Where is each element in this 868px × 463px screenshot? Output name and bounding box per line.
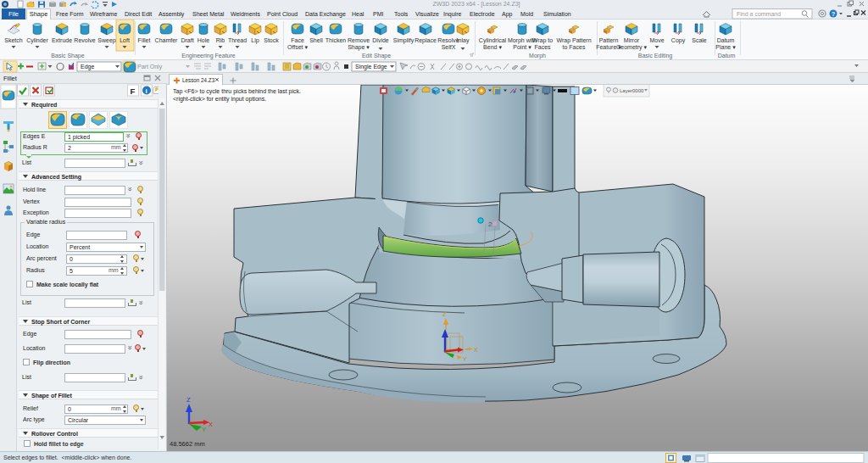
svg-text:Lesson 24.Z3: Lesson 24.Z3: [182, 77, 215, 83]
svg-text:Y: Y: [202, 426, 206, 433]
svg-text:Layer0000: Layer0000: [620, 88, 644, 93]
svg-text:Inlay: Inlay: [457, 37, 470, 44]
svg-text:Edge: Edge: [81, 64, 94, 70]
svg-text:Lip: Lip: [251, 37, 259, 44]
svg-text:Shape ▾: Shape ▾: [348, 44, 370, 51]
svg-text:Remove: Remove: [348, 37, 370, 43]
svg-text:Hole: Hole: [198, 37, 210, 43]
svg-text:Morph: Morph: [529, 53, 546, 59]
svg-text:Extrude: Extrude: [52, 37, 72, 43]
svg-text:Engineering Feature: Engineering Feature: [181, 53, 236, 59]
svg-text:Shell: Shell: [309, 37, 323, 43]
svg-text:Basic Shape: Basic Shape: [51, 53, 84, 59]
svg-text:Simplify: Simplify: [393, 37, 415, 44]
svg-text:Move: Move: [649, 37, 664, 43]
svg-text:Z: Z: [186, 396, 191, 404]
svg-text:Divide: Divide: [372, 37, 389, 43]
svg-text:Cylinder: Cylinder: [26, 37, 48, 44]
svg-text:Part Only: Part Only: [137, 64, 163, 70]
svg-text:Faces: Faces: [534, 44, 551, 50]
svg-text:Thread: Thread: [228, 37, 247, 43]
svg-text:Point ▾: Point ▾: [513, 44, 531, 50]
svg-text:Scale: Scale: [692, 37, 707, 43]
svg-text:Sketch: Sketch: [4, 37, 23, 43]
svg-text:?: ?: [832, 10, 836, 18]
svg-text:Wrap Pattern: Wrap Pattern: [556, 37, 591, 44]
svg-text:Cylindrical: Cylindrical: [479, 37, 507, 44]
svg-text:Pattern: Pattern: [599, 37, 619, 43]
svg-text:Y: Y: [463, 356, 467, 362]
svg-text:Z: Z: [442, 311, 447, 317]
svg-text:Face: Face: [291, 37, 304, 43]
svg-text:Datum: Datum: [717, 37, 735, 43]
svg-text:Thicken: Thicken: [326, 37, 347, 43]
svg-text:Fillet: Fillet: [138, 37, 151, 43]
svg-text:Mirror: Mirror: [624, 37, 640, 43]
svg-text:Geometry ▾: Geometry ▾: [616, 44, 648, 51]
svg-text:Stock: Stock: [264, 37, 279, 43]
svg-text:Copy: Copy: [671, 37, 686, 44]
svg-text:Revolve: Revolve: [74, 37, 95, 43]
svg-text:Replace: Replace: [415, 37, 437, 44]
svg-text:SelfX: SelfX: [442, 44, 456, 50]
svg-text:Edit Shape: Edit Shape: [362, 53, 391, 59]
svg-text:2: 2: [488, 220, 492, 228]
svg-text:Offset ▾: Offset ▾: [287, 44, 308, 50]
svg-text:X: X: [474, 347, 478, 353]
svg-text:Plane ▾: Plane ▾: [715, 44, 736, 50]
svg-text:Basic Editing: Basic Editing: [638, 53, 673, 59]
svg-text:Wrap to: Wrap to: [532, 37, 553, 44]
svg-text:Datum: Datum: [718, 53, 736, 59]
svg-text:X: X: [209, 421, 213, 428]
svg-text:Rib: Rib: [216, 37, 225, 43]
svg-text:Bend ▾: Bend ▾: [483, 44, 502, 50]
svg-text:Draft: Draft: [181, 37, 193, 43]
svg-text:to Faces: to Faces: [563, 44, 586, 50]
svg-text:Find a command: Find a command: [737, 11, 781, 17]
svg-text:Sweep: Sweep: [97, 37, 116, 44]
svg-text:Chamfer: Chamfer: [155, 37, 179, 43]
svg-text:Loft: Loft: [120, 37, 130, 43]
svg-text:Single Edge: Single Edge: [355, 64, 387, 70]
